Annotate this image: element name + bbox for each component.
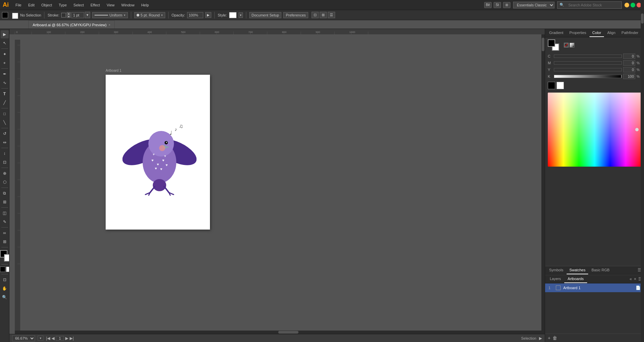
line-tool-button[interactable]: ╱ [1, 99, 9, 107]
reflect-tool-button[interactable]: ⇔ [1, 138, 9, 146]
shape-builder-button[interactable]: ⊕ [1, 169, 9, 177]
style-dropdown-arrow[interactable]: ▾ [239, 12, 243, 18]
tab-close-button[interactable]: × [109, 23, 110, 27]
direct-selection-tool-button[interactable]: ↖ [1, 39, 9, 47]
perspective-grid-button[interactable]: ⧉ [1, 189, 9, 197]
zoom-selector[interactable]: 66.67% 25% 50% 100% 200% [12, 335, 35, 341]
k-slider-track[interactable] [554, 75, 622, 78]
menu-edit[interactable]: Edit [27, 2, 36, 8]
brush-dropdown-arrow[interactable]: ▾ [161, 13, 163, 17]
tab-symbols[interactable]: Symbols [546, 266, 566, 274]
lasso-button[interactable]: ⌖ [1, 59, 9, 67]
style-swatch[interactable] [229, 12, 237, 18]
mesh-tool-button[interactable]: ⊞ [1, 198, 9, 206]
free-transform-button[interactable]: ⊡ [1, 158, 9, 166]
preferences-button[interactable]: Preferences [283, 12, 308, 18]
tab-gradient[interactable]: Gradient [546, 29, 566, 37]
grid-icon[interactable]: ⊞ [503, 2, 510, 8]
curvature-button[interactable]: ∿ [1, 79, 9, 87]
page-input[interactable] [56, 336, 64, 341]
tab-align[interactable]: Align [605, 29, 618, 37]
tab-layers[interactable]: Layers [546, 275, 564, 283]
background-swatch[interactable] [4, 254, 9, 262]
eyedropper-button[interactable]: ✎ [1, 218, 9, 226]
arrange-button[interactable]: ⊡ [312, 12, 319, 18]
menu-object[interactable]: Object [40, 2, 53, 8]
right-scroll-thumb[interactable] [641, 13, 644, 24]
menu-type[interactable]: Type [58, 2, 68, 8]
tab-basic-rgb[interactable]: Basic RGB [589, 266, 612, 274]
y-slider-track[interactable] [554, 68, 622, 71]
color-spectrum[interactable] [548, 93, 641, 167]
last-page-button[interactable]: ▶| [70, 336, 74, 341]
black-swatch[interactable] [548, 82, 555, 89]
tab-artboards[interactable]: Artboards [564, 275, 587, 283]
hand-tool-button[interactable]: ✋ [1, 284, 9, 293]
behance-icon[interactable]: Bē [484, 2, 492, 8]
magic-wand-button[interactable]: ✦ [1, 50, 9, 58]
width-tool-button[interactable]: ↕ [1, 149, 9, 158]
rotate-tool-button[interactable]: ↺ [1, 130, 9, 138]
document-setup-button[interactable]: Document Setup [249, 12, 282, 18]
paint-brush-button[interactable]: ╲ [1, 118, 9, 127]
opacity-input[interactable] [187, 12, 203, 18]
panel-menu-button[interactable]: ☰ [328, 12, 335, 18]
document-tab[interactable]: Artboard.ai @ 66.67% (CMYK/GPU Preview) … [28, 21, 115, 29]
artboard-tool-button[interactable]: ⊡ [1, 276, 9, 284]
fg-color-swatch[interactable] [548, 39, 555, 47]
artboard-row[interactable]: 1 Artboard 1 📄 [545, 283, 644, 292]
first-page-button[interactable]: |◀ [46, 336, 50, 341]
k-value-input[interactable] [623, 74, 635, 79]
menu-view[interactable]: View [105, 2, 116, 8]
gradient-tool-button[interactable]: ◫ [1, 209, 9, 217]
menu-file[interactable]: File [14, 2, 23, 8]
blend-tool-button[interactable]: ∞ [1, 229, 9, 237]
rectangle-tool-button[interactable]: □ [1, 110, 9, 118]
stroke-color-swatch[interactable] [61, 13, 66, 18]
panels-button[interactable]: ⊞ [320, 12, 327, 18]
none-color-icon[interactable] [564, 43, 569, 47]
color-mode-fill[interactable] [0, 267, 5, 272]
h-scroll-thumb[interactable] [278, 331, 298, 334]
menu-select[interactable]: Select [72, 2, 85, 8]
status-arrow-button[interactable]: ▶ [539, 336, 542, 341]
c-value-input[interactable] [623, 54, 635, 59]
spectrum-handle[interactable] [635, 128, 639, 131]
minimize-button[interactable] [624, 3, 629, 7]
scroll-thumb[interactable] [542, 38, 544, 51]
tab-properties[interactable]: Properties [567, 29, 589, 37]
tab-swatches[interactable]: Swatches [567, 266, 588, 274]
selection-tool-button[interactable]: ▶ [1, 30, 9, 38]
prev-page-button[interactable]: ◀ [51, 336, 55, 341]
tab-color[interactable]: Color [589, 29, 604, 37]
delete-artboard-button[interactable]: 🗑 [552, 335, 557, 341]
horizontal-scrollbar[interactable] [15, 331, 541, 334]
fill-swatch[interactable] [2, 12, 8, 18]
chart-tool-button[interactable]: ⊞ [1, 238, 9, 246]
add-artboard-button[interactable]: + [548, 335, 550, 341]
zoom-more-button[interactable]: ▾ [38, 336, 43, 341]
menu-help[interactable]: Help [140, 2, 150, 8]
opacity-more-button[interactable]: ▶ [205, 12, 211, 18]
gradient-icon[interactable] [570, 43, 574, 47]
stroke-options-button[interactable]: ▾ [85, 12, 90, 18]
stroke-stepper[interactable]: ▲ ▼ [67, 12, 71, 18]
menu-effect[interactable]: Effect [89, 2, 101, 8]
white-swatch[interactable] [557, 82, 564, 89]
layers-collapse-button[interactable]: « [630, 277, 632, 281]
type-tool-button[interactable]: T [1, 90, 9, 98]
brush-selector[interactable]: 5 pt. Round ▾ [134, 12, 165, 18]
y-value-input[interactable] [623, 67, 635, 72]
zoom-tool-button[interactable]: 🔍 [1, 293, 9, 301]
next-page-button[interactable]: ▶ [65, 336, 68, 341]
live-paint-button[interactable]: ⬡ [1, 178, 9, 186]
c-slider-track[interactable] [554, 55, 622, 58]
m-value-input[interactable] [623, 60, 635, 66]
color-mode-stroke[interactable] [6, 267, 9, 272]
workspace-selector[interactable]: Essentials Classic [513, 2, 554, 8]
stroke-style-selector[interactable]: Uniform ▾ [92, 12, 128, 18]
maximize-button[interactable] [631, 3, 635, 7]
stroke-value-input[interactable] [71, 12, 84, 18]
right-panel-scrollbar[interactable] [641, 0, 644, 342]
tab-pathfinder[interactable]: Pathfinder [619, 29, 641, 37]
